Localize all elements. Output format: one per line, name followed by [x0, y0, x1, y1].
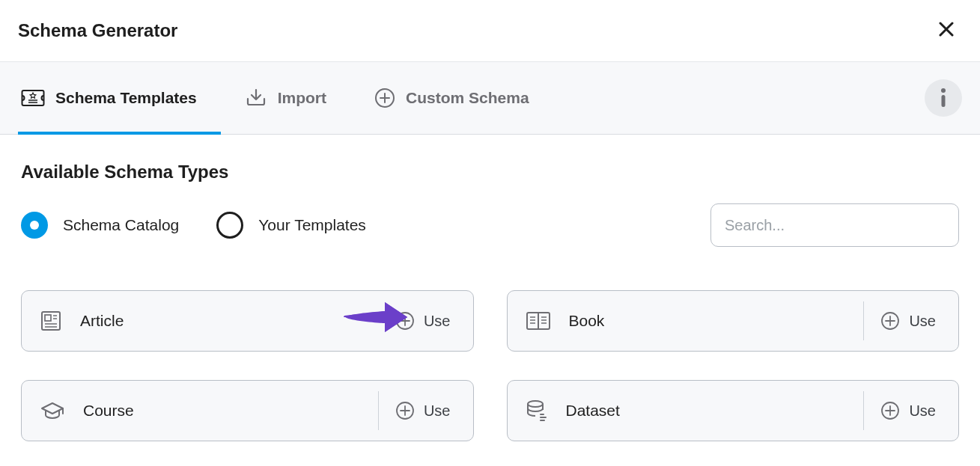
toolbar: Schema Catalog Your Templates	[21, 203, 959, 247]
database-icon	[526, 399, 548, 422]
tab-custom-schema[interactable]: Custom Schema	[371, 62, 550, 134]
use-label: Use	[909, 402, 936, 420]
use-button[interactable]: Use	[863, 301, 946, 340]
card-label: Dataset	[566, 402, 846, 420]
card-article[interactable]: Article Use	[21, 290, 474, 352]
use-button[interactable]: Use	[379, 301, 461, 340]
card-label: Article	[80, 312, 361, 330]
plus-circle-icon	[395, 401, 415, 420]
graduation-cap-icon	[40, 401, 65, 420]
book-icon	[526, 310, 551, 331]
plus-circle-icon	[374, 88, 395, 108]
radio-group: Schema Catalog Your Templates	[21, 212, 366, 239]
use-button[interactable]: Use	[863, 391, 946, 430]
info-button[interactable]	[925, 79, 962, 117]
radio-label: Your Templates	[258, 216, 366, 234]
close-icon	[938, 21, 955, 37]
radio-label: Schema Catalog	[63, 216, 179, 234]
tab-label: Import	[278, 89, 326, 107]
card-label: Book	[569, 312, 846, 330]
tab-import[interactable]: Import	[242, 62, 347, 134]
cards-grid: Article Use Book Use Course Use	[21, 290, 959, 441]
svg-rect-5	[45, 315, 51, 321]
radio-icon	[21, 212, 48, 239]
header: Schema Generator	[0, 0, 980, 61]
plus-circle-icon	[880, 401, 900, 420]
use-label: Use	[424, 313, 451, 330]
page-title: Schema Generator	[18, 20, 177, 41]
plus-circle-icon	[880, 311, 900, 331]
tab-label: Custom Schema	[406, 89, 529, 107]
section-title: Available Schema Types	[21, 162, 959, 183]
ticket-icon	[21, 88, 45, 108]
svg-rect-3	[942, 95, 946, 107]
tabbar: Schema Templates Import Custom Schema	[0, 61, 980, 135]
tab-label: Schema Templates	[55, 89, 197, 107]
radio-schema-catalog[interactable]: Schema Catalog	[21, 212, 179, 239]
use-button[interactable]: Use	[378, 391, 461, 430]
svg-point-10	[528, 401, 543, 407]
import-icon	[245, 88, 267, 108]
info-icon	[938, 87, 949, 109]
search-input[interactable]	[710, 203, 959, 247]
card-label: Course	[83, 402, 360, 420]
radio-your-templates[interactable]: Your Templates	[216, 212, 366, 239]
close-button[interactable]	[935, 18, 958, 43]
tab-schema-templates[interactable]: Schema Templates	[18, 62, 218, 134]
use-label: Use	[909, 313, 936, 330]
use-label: Use	[424, 402, 451, 420]
card-course[interactable]: Course Use	[21, 380, 474, 441]
radio-icon	[216, 212, 243, 239]
search-wrap	[710, 203, 959, 247]
card-book[interactable]: Book Use	[507, 290, 960, 352]
content: Available Schema Types Schema Catalog Yo…	[0, 135, 980, 441]
svg-point-2	[941, 88, 946, 93]
plus-circle-icon	[395, 311, 415, 331]
card-dataset[interactable]: Dataset Use	[507, 380, 960, 441]
article-icon	[40, 310, 62, 332]
